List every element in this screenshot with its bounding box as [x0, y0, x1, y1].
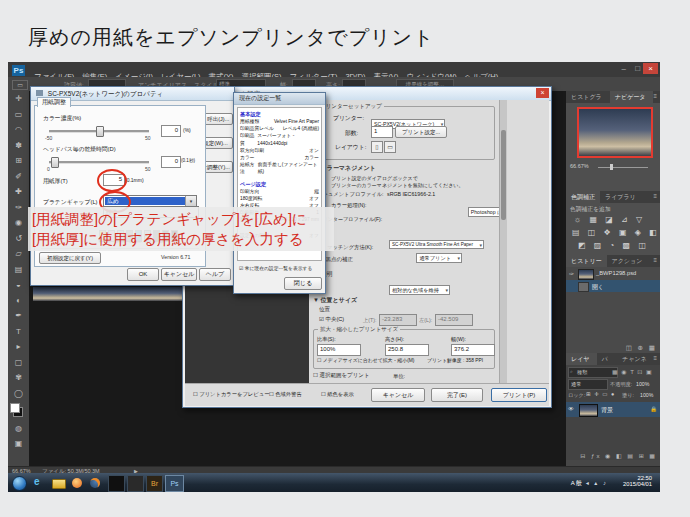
explorer-folder-icon[interactable]	[52, 479, 66, 489]
tab-history[interactable]: ヒストリー	[566, 255, 607, 267]
top-field[interactable]: -23.283	[379, 314, 417, 326]
layer-visibility-eye-icon[interactable]: 👁	[568, 406, 574, 412]
navigator-zoom-slider-knob[interactable]	[610, 164, 613, 170]
screen-mode-icon[interactable]: ▣	[8, 436, 29, 452]
brush-tool-icon[interactable]: ✑	[8, 200, 29, 216]
show-paper-white-checkbox[interactable]: ☐ 紙色を表示	[321, 391, 354, 398]
media-player-icon[interactable]	[72, 478, 82, 488]
done-button[interactable]: 完了(E)	[431, 388, 483, 402]
type-tool-icon[interactable]: T	[8, 324, 29, 340]
chevron-down-icon[interactable]: ▾	[185, 196, 196, 206]
color-density-field[interactable]: 0	[161, 125, 181, 137]
tab-navigator[interactable]: ナビゲーター	[610, 91, 654, 103]
layer-filter-icons[interactable]: ▦ ◉ T ⊡ ▣	[612, 368, 653, 375]
tab-channels[interactable]: チャンネル	[617, 353, 653, 365]
pen-tool-icon[interactable]: ✒	[8, 308, 29, 324]
left-field[interactable]: -42.509	[435, 314, 473, 326]
close-button[interactable]: ×	[643, 63, 658, 74]
position-size-header[interactable]: ▼ 位置とサイズ	[313, 296, 357, 305]
blend-mode-select[interactable]: 通常	[568, 379, 608, 390]
print-button[interactable]: プリント(P)	[491, 388, 547, 402]
print-settings-button[interactable]: プリント設定...	[395, 126, 447, 138]
navigator-zoom-value[interactable]: 66.67%	[570, 163, 589, 169]
adjustment-icons-row2[interactable]: ▤ ◫ ❖ ▣ ◈ ◧	[572, 228, 660, 237]
print-selected-checkbox[interactable]: ☐ 選択範囲をプリント	[313, 372, 370, 379]
history-brush-slot-icon[interactable]: ✑	[569, 270, 574, 277]
always-show-checkbox[interactable]: ☑ 常に現在の設定一覧を表示する	[239, 265, 312, 271]
close-settings-button[interactable]: 閉じる	[284, 277, 322, 290]
adjustment-icons-row1[interactable]: ☼ ▦ ◪ ⊿ ▽	[574, 215, 645, 224]
gamut-warning-checkbox[interactable]: ☐ 色域外警告	[269, 391, 302, 398]
copies-field[interactable]: 1	[371, 126, 393, 138]
dry-time-slider[interactable]	[49, 161, 149, 164]
center-checkbox[interactable]: ☑ 中央(C)	[319, 316, 344, 323]
reset-defaults-button[interactable]: 初期設定に戻す(Y)	[39, 252, 101, 264]
color-handling-select[interactable]: Photoshop によるカラー管理	[468, 207, 499, 217]
opacity-value[interactable]: 100%	[636, 381, 649, 387]
tab-paper-config[interactable]: 用紙調整	[37, 97, 71, 107]
adjustment-icons-row3[interactable]: ◩ ▨ ◔ ▩ ◫	[578, 241, 649, 250]
app-button-2[interactable]	[127, 475, 144, 492]
tab-actions[interactable]: アクション	[607, 255, 648, 267]
lasso-tool-icon[interactable]: ◠	[8, 122, 29, 138]
ime-indicator[interactable]: A 般	[571, 479, 582, 488]
print-mode-select[interactable]: 通常プリント	[416, 253, 462, 263]
move-tool-icon[interactable]: ✛	[8, 91, 29, 107]
shape-tool-icon[interactable]: ▢	[8, 355, 29, 371]
navigator-thumbnail[interactable]	[577, 107, 653, 158]
history-snapshot-row[interactable]: ✑ _BWP1298.psd	[566, 267, 660, 280]
maximize-button[interactable]: □	[635, 64, 640, 73]
quick-selection-tool-icon[interactable]: ✽	[8, 138, 29, 154]
width-field[interactable]: 376.2	[451, 344, 495, 356]
tab-layers[interactable]: レイヤー	[566, 353, 597, 365]
color-density-knob[interactable]	[96, 126, 104, 137]
dry-time-knob[interactable]	[51, 157, 59, 168]
layers-panel-buttons[interactable]: ⊟ ƒx ◉ ◧ ▤ ⊞ ▦	[580, 452, 657, 459]
dodge-tool-icon[interactable]: ◐	[8, 293, 29, 309]
foreground-color-swatch[interactable]	[10, 403, 20, 413]
eyedropper-tool-icon[interactable]: ✐	[8, 169, 29, 185]
panel-menu-icon[interactable]: ≡	[653, 353, 660, 365]
fit-media-checkbox[interactable]: ☐ メディアサイズに合わせて拡大・縮小(M)	[317, 357, 414, 363]
panel-menu-icon[interactable]: ≡	[653, 91, 660, 103]
photoshop-taskbar-button[interactable]: Ps	[165, 475, 184, 492]
quick-mask-icon[interactable]: ◍	[8, 421, 29, 437]
rendering-intent-select[interactable]: 相対的な色域を維持	[389, 285, 450, 295]
panel-menu-icon[interactable]: ≡	[653, 255, 660, 267]
help-button[interactable]: ヘルプ	[199, 268, 231, 281]
tab-paths[interactable]: パス	[597, 353, 617, 365]
history-panel-buttons[interactable]: ◫ ⊕ ▦	[626, 344, 657, 352]
tray-icons[interactable]: ◂ ▴ ♪	[586, 479, 608, 486]
gradient-tool-icon[interactable]: ▤	[8, 262, 29, 278]
history-state-row[interactable]: 開く	[566, 280, 660, 292]
preview-print-colors-checkbox[interactable]: ☐ プリントカラーをプレビュー	[193, 391, 269, 398]
marquee-tool-icon[interactable]: ▭	[8, 107, 29, 123]
crop-tool-icon[interactable]: ⊞	[8, 153, 29, 169]
healing-brush-tool-icon[interactable]: ✚	[8, 184, 29, 200]
zoom-tool-icon[interactable]: ◯	[8, 386, 29, 402]
close-icon[interactable]: ×	[536, 88, 549, 98]
ok-button[interactable]: OK	[127, 268, 159, 281]
cancel-button[interactable]: キャンセル	[161, 268, 197, 281]
dry-time-field[interactable]: 0	[161, 156, 181, 168]
bridge-taskbar-button[interactable]: Br	[146, 475, 163, 492]
clone-stamp-tool-icon[interactable]: ◉	[8, 215, 29, 231]
height-field[interactable]: 250.8	[385, 344, 429, 356]
taskbar-clock[interactable]: 22:502015/04/01	[623, 475, 652, 487]
path-selection-tool-icon[interactable]: ▸	[8, 339, 29, 355]
layout-portrait-button[interactable]: ▯	[371, 141, 383, 153]
tool-preset-icon[interactable]: ▭	[12, 80, 28, 90]
panel-menu-icon[interactable]: ≡	[653, 191, 660, 203]
blur-tool-icon[interactable]: ◒	[8, 277, 29, 293]
history-brush-tool-icon[interactable]: ↺	[8, 231, 29, 247]
minimize-button[interactable]: –	[622, 64, 626, 73]
scrollbar-thumb[interactable]	[501, 130, 506, 220]
app-button-1[interactable]	[108, 475, 125, 492]
tab-adjustments[interactable]: 色調補正	[566, 191, 600, 203]
hand-tool-icon[interactable]: ✾	[8, 370, 29, 386]
navigator-zoom-slider[interactable]	[598, 167, 648, 168]
tab-libraries[interactable]: ライブラリ	[600, 191, 641, 203]
layer-filter-select[interactable]: 種類	[568, 367, 618, 378]
tab-histogram[interactable]: ヒストグラム	[566, 91, 610, 103]
eraser-tool-icon[interactable]: ▱	[8, 246, 29, 262]
